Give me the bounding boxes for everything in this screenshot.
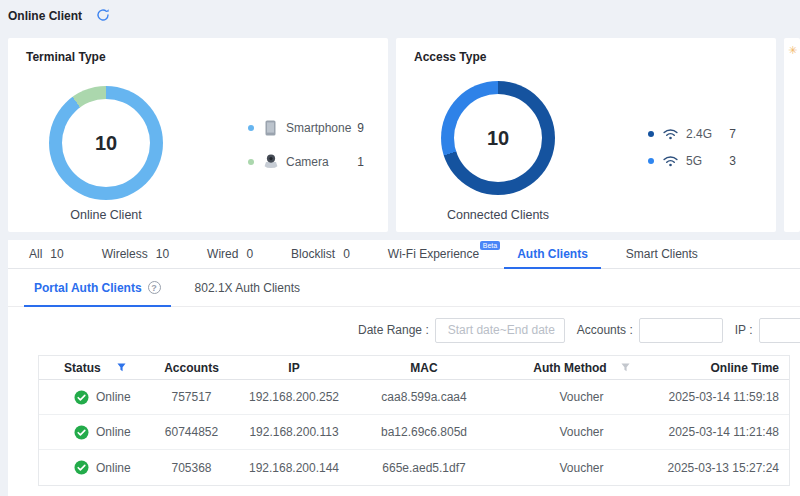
legend-label: 2.4G [686, 127, 729, 141]
legend-item-smartphone[interactable]: Smartphone 9 [248, 118, 364, 138]
status-text: Online [96, 425, 131, 439]
auth-client-subtabs: Portal Auth Clients ? 802.1X Auth Client… [8, 269, 800, 307]
camera-icon [262, 154, 279, 170]
cell-accounts: 705368 [144, 461, 239, 475]
wifi-icon [662, 155, 679, 167]
terminal-type-donut-label: Online Client [26, 208, 186, 222]
band-24g-dot [648, 131, 654, 137]
legend-item-5g[interactable]: 5G 3 [648, 151, 736, 171]
table-row[interactable]: Online 757517 192.168.200.252 caa8.599a.… [39, 380, 789, 415]
date-range-input[interactable]: Start date ~ End date [435, 318, 565, 343]
legend-value: 9 [357, 121, 364, 135]
legend-value: 7 [729, 127, 736, 141]
legend-label: Camera [286, 155, 357, 169]
cell-auth-method: Voucher [499, 390, 664, 404]
column-header-status: Status [39, 361, 144, 375]
cell-auth-method: Voucher [499, 425, 664, 439]
access-type-title: Access Type [414, 50, 487, 64]
date-separator: ~ [500, 323, 507, 337]
legend-value: 1 [357, 155, 364, 169]
subtab-portal-auth-clients[interactable]: Portal Auth Clients ? [24, 269, 171, 306]
accounts-label: Accounts : [577, 323, 633, 337]
access-type-legend: 2.4G 7 5G 3 [648, 124, 736, 178]
online-status-icon [74, 390, 89, 405]
cell-mac: ba12.69c6.805d [349, 425, 499, 439]
client-tabs: All10 Wireless10 Wired0 Blocklist0 Wi-Fi… [8, 240, 800, 269]
partial-card-icon: ✳ [788, 44, 797, 57]
clipped-card: ✳ [784, 38, 800, 232]
wifi-icon [662, 128, 679, 140]
status-text: Online [96, 461, 131, 475]
column-header-accounts: Accounts [144, 361, 239, 375]
date-range-label: Date Range : [358, 323, 429, 337]
terminal-type-title: Terminal Type [26, 50, 106, 64]
column-header-ip: IP [239, 361, 349, 375]
auth-method-filter-icon[interactable] [621, 363, 630, 372]
camera-dot [248, 159, 254, 165]
status-filter-icon[interactable] [117, 363, 126, 372]
band-5g-dot [648, 158, 654, 164]
tab-smart-clients[interactable]: Smart Clients [613, 240, 711, 268]
end-date-placeholder: End date [507, 323, 555, 337]
legend-value: 3 [729, 154, 736, 168]
cell-online-time: 2025-03-13 15:27:24 [664, 461, 789, 475]
access-type-card: Access Type 10 Connected Clients 2.4G 7 … [396, 38, 776, 232]
page-title: Online Client [8, 9, 82, 23]
tab-auth-clients[interactable]: Auth Clients [504, 240, 601, 268]
auth-clients-table: Status Accounts IP MAC Auth Method Onlin… [38, 355, 790, 486]
start-date-placeholder: Start date [448, 323, 500, 337]
online-status-icon [74, 425, 89, 440]
terminal-type-legend: Smartphone 9 Camera 1 [248, 118, 364, 186]
legend-label: Smartphone [286, 121, 357, 135]
cell-mac: 665e.aed5.1df7 [349, 461, 499, 475]
terminal-type-total: 10 [49, 86, 163, 200]
access-type-total: 10 [441, 81, 555, 195]
legend-item-24g[interactable]: 2.4G 7 [648, 124, 736, 144]
table-row[interactable]: Online 705368 192.168.200.144 665e.aed5.… [39, 450, 789, 485]
tab-all[interactable]: All10 [16, 240, 77, 268]
terminal-type-card: Terminal Type 10 Online Client Smartphon… [8, 38, 388, 232]
tab-wireless[interactable]: Wireless10 [89, 240, 182, 268]
online-status-icon [74, 460, 89, 475]
beta-badge: Beta [480, 241, 500, 250]
table-header-row: Status Accounts IP MAC Auth Method Onlin… [39, 356, 789, 380]
smartphone-icon [262, 120, 279, 136]
cell-accounts: 60744852 [144, 425, 239, 439]
column-header-auth-method: Auth Method [499, 361, 664, 375]
accounts-input[interactable] [639, 318, 723, 343]
tab-wired[interactable]: Wired0 [194, 240, 266, 268]
column-header-mac: MAC [349, 361, 499, 375]
access-type-donut-label: Connected Clients [418, 208, 578, 222]
filter-row: Date Range : Start date ~ End date Accou… [358, 317, 800, 343]
status-text: Online [96, 390, 131, 404]
legend-label: 5G [686, 154, 729, 168]
cell-ip: 192.168.200.144 [239, 461, 349, 475]
access-type-donut-chart: 10 [441, 81, 555, 195]
legend-item-camera[interactable]: Camera 1 [248, 152, 364, 172]
ip-label: IP : [735, 323, 753, 337]
ip-input[interactable] [759, 318, 800, 343]
cell-auth-method: Voucher [499, 461, 664, 475]
subtab-8021x-auth-clients[interactable]: 802.1X Auth Clients [185, 269, 310, 306]
column-header-online-time: Online Time [664, 361, 789, 375]
cell-ip: 192.168.200.113 [239, 425, 349, 439]
table-row[interactable]: Online 60744852 192.168.200.113 ba12.69c… [39, 415, 789, 450]
cell-accounts: 757517 [144, 390, 239, 404]
refresh-icon[interactable] [96, 8, 110, 22]
terminal-type-donut-chart: 10 [49, 86, 163, 200]
help-icon[interactable]: ? [148, 281, 161, 294]
clients-panel: All10 Wireless10 Wired0 Blocklist0 Wi-Fi… [8, 240, 800, 496]
smartphone-dot [248, 125, 254, 131]
tab-blocklist[interactable]: Blocklist0 [278, 240, 363, 268]
tab-wifi-experience[interactable]: Wi-Fi Experience Beta [375, 240, 492, 268]
cell-mac: caa8.599a.caa4 [349, 390, 499, 404]
online-client-page: Online Client Terminal Type 10 Online Cl… [0, 0, 800, 496]
cell-ip: 192.168.200.252 [239, 390, 349, 404]
cell-online-time: 2025-03-14 11:59:18 [664, 390, 789, 404]
cell-online-time: 2025-03-14 11:21:48 [664, 425, 789, 439]
